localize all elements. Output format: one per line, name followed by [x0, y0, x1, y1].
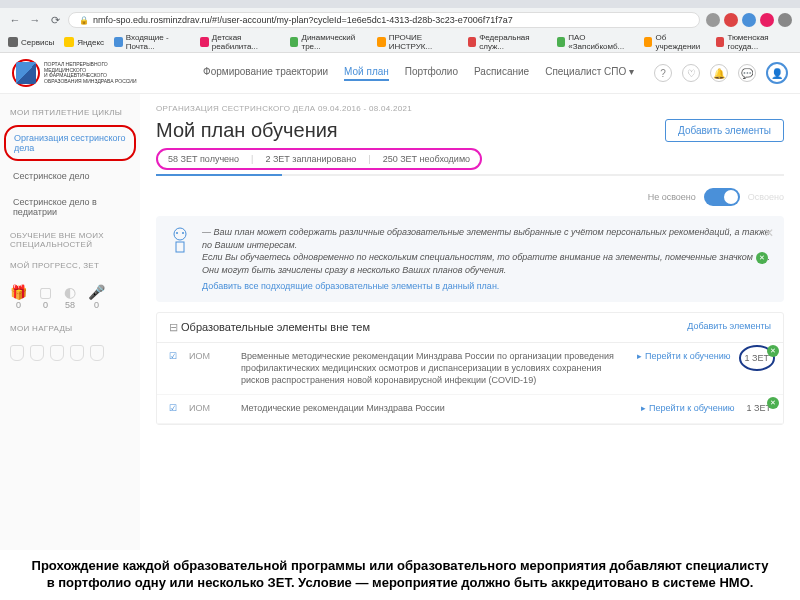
extension-icons: [706, 13, 792, 27]
svg-rect-3: [176, 242, 184, 252]
add-elements-button[interactable]: Добавить элементы: [665, 119, 784, 142]
sidebar-heading: МОЙ ПРОГРЕСС, ЗЕТ: [0, 255, 140, 276]
bookmark-item[interactable]: Динамический тре...: [290, 33, 367, 51]
nav-portfolio[interactable]: Портфолио: [405, 66, 458, 81]
bookmark-item[interactable]: Детская реабилита...: [200, 33, 280, 51]
ext-icon[interactable]: [742, 13, 756, 27]
app-header: ПОРТАЛ НЕПРЕРЫВНОГО МЕДИЦИНСКОГО И ФАРМА…: [0, 53, 800, 94]
element-type: ИОМ: [189, 351, 229, 361]
page-title: Мой план обучения: [156, 119, 338, 142]
bookmark-item[interactable]: Сервисы: [8, 37, 54, 47]
mastered-toggle[interactable]: [704, 188, 740, 206]
multi-badge-icon: ✕: [756, 252, 768, 264]
ext-icon[interactable]: [724, 13, 738, 27]
zet-planned: 2 ЗЕТ запланировано: [265, 154, 356, 164]
element-zet: 1 ЗЕТ✕: [747, 403, 771, 413]
add-all-link[interactable]: Добавить все подходящие образовательные …: [202, 280, 772, 293]
main-layout: МОИ ПЯТИЛЕТНИЕ ЦИКЛЫ Организация сестрин…: [0, 94, 800, 564]
toggle-label-left: Не освоено: [648, 192, 696, 202]
svg-point-1: [176, 232, 178, 234]
logo-text: ПОРТАЛ НЕПРЕРЫВНОГО МЕДИЦИНСКОГО И ФАРМА…: [44, 62, 137, 84]
bookmark-item[interactable]: Входящие - Почта...: [114, 33, 190, 51]
svg-point-2: [182, 232, 184, 234]
bookmark-item[interactable]: Об учреждении: [644, 33, 706, 51]
close-icon[interactable]: ✕: [764, 226, 774, 240]
lock-icon: 🔒: [79, 16, 89, 25]
multi-badge-icon: ✕: [767, 397, 779, 409]
user-icon[interactable]: 👤: [766, 62, 788, 84]
progress-bar: [156, 174, 784, 176]
content-area: ОРГАНИЗАЦИЯ СЕСТРИНСКОГО ДЕЛА 09.04.2016…: [140, 94, 800, 564]
header-icons: ? ♡ 🔔 💬 👤: [654, 62, 788, 84]
url-input[interactable]: 🔒 nmfo-spo.edu.rosminzdrav.ru/#!/user-ac…: [68, 12, 700, 28]
element-type: ИОМ: [189, 403, 229, 413]
zet-received: 58 ЗЕТ получено: [168, 154, 239, 164]
check-icon[interactable]: ☑: [169, 403, 177, 413]
nav-specialist[interactable]: Специалист СПО ▾: [545, 66, 634, 81]
back-icon[interactable]: ←: [8, 13, 22, 27]
breadcrumb: ОРГАНИЗАЦИЯ СЕСТРИНСКОГО ДЕЛА 09.04.2016…: [156, 104, 784, 113]
award-icon: [30, 345, 44, 361]
tab-bar: [0, 0, 800, 8]
bell-icon[interactable]: ♡: [682, 64, 700, 82]
nav-trajectory[interactable]: Формирование траектории: [203, 66, 328, 81]
slide-caption: Прохождение каждой образовательной прогр…: [0, 550, 800, 600]
top-nav: Формирование траектории Мой план Портфол…: [203, 66, 634, 81]
url-text: nmfo-spo.edu.rosminzdrav.ru/#!/user-acco…: [93, 15, 513, 25]
element-desc: Методические рекомендации Минздрава Росс…: [241, 403, 629, 415]
bookmarks-bar: Сервисы Яндекс Входящие - Почта... Детск…: [0, 32, 800, 52]
element-zet: 1 ЗЕТ✕: [743, 351, 771, 365]
logo-area: ПОРТАЛ НЕПРЕРЫВНОГО МЕДИЦИНСКОГО И ФАРМА…: [12, 59, 152, 87]
sidebar-item-pediatric[interactable]: Сестринское дело в педиатрии: [0, 189, 140, 225]
bookmark-item[interactable]: Федеральная служ...: [468, 33, 547, 51]
bookmark-item[interactable]: ПРОЧИЕ ИНСТРУК...: [377, 33, 458, 51]
sidebar: МОИ ПЯТИЛЕТНИЕ ЦИКЛЫ Организация сестрин…: [0, 94, 140, 564]
sidebar-heading: МОИ ПЯТИЛЕТНИЕ ЦИКЛЫ: [0, 102, 140, 123]
bookmark-item[interactable]: Яндекс: [64, 37, 104, 47]
sidebar-item-org-nursing[interactable]: Организация сестринского дела: [4, 125, 136, 161]
toggle-row: Не освоено Освоено: [156, 188, 784, 206]
sidebar-heading: МОИ НАГРАДЫ: [0, 318, 140, 339]
browser-chrome: ← → ⟳ 🔒 nmfo-spo.edu.rosminzdrav.ru/#!/u…: [0, 0, 800, 53]
progress-row: 🎁0 ▢0 ◐58 🎤0: [0, 276, 140, 318]
progress-item: ◐58: [64, 284, 76, 310]
multi-badge-icon: ✕: [767, 345, 779, 357]
goto-learning-link[interactable]: ▸ Перейти к обучению: [637, 351, 731, 361]
info-text: — Ваш план может содержать различные обр…: [202, 226, 772, 292]
goto-learning-link[interactable]: ▸ Перейти к обучению: [641, 403, 735, 413]
sidebar-heading: ОБУЧЕНИЕ ВНЕ МОИХ СПЕЦИАЛЬНОСТЕЙ: [0, 225, 140, 255]
notif-icon[interactable]: 🔔: [710, 64, 728, 82]
logo-icon: [12, 59, 40, 87]
nav-my-plan[interactable]: Мой план: [344, 66, 389, 81]
ext-icon[interactable]: [706, 13, 720, 27]
reload-icon[interactable]: ⟳: [48, 13, 62, 27]
award-icon: [70, 345, 84, 361]
zet-summary: 58 ЗЕТ получено | 2 ЗЕТ запланировано | …: [156, 148, 482, 170]
help-icon[interactable]: ?: [654, 64, 672, 82]
zet-required: 250 ЗЕТ необходимо: [383, 154, 470, 164]
nav-schedule[interactable]: Расписание: [474, 66, 529, 81]
chat-icon[interactable]: 💬: [738, 64, 756, 82]
toggle-label-right: Освоено: [748, 192, 784, 202]
award-icon: [50, 345, 64, 361]
element-desc: Временные методические рекомендации Минз…: [241, 351, 625, 386]
forward-icon[interactable]: →: [28, 13, 42, 27]
element-row: ☑ ИОМ Методические рекомендации Минздрав…: [157, 395, 783, 424]
url-bar: ← → ⟳ 🔒 nmfo-spo.edu.rosminzdrav.ru/#!/u…: [0, 8, 800, 32]
bookmark-item[interactable]: Тюменская госуда...: [716, 33, 792, 51]
award-icon: [90, 345, 104, 361]
svg-point-0: [174, 228, 186, 240]
info-box: — Ваш план может содержать различные обр…: [156, 216, 784, 302]
ext-icon[interactable]: [760, 13, 774, 27]
bookmark-item[interactable]: ПАО «Запсибкомб...: [557, 33, 634, 51]
add-elements-link[interactable]: Добавить элементы: [687, 321, 771, 334]
progress-item: 🎁0: [10, 284, 27, 310]
sidebar-item-nursing[interactable]: Сестринское дело: [0, 163, 140, 189]
award-icon: [10, 345, 24, 361]
elements-header: ⊟ Образовательные элементы вне тем Добав…: [157, 313, 783, 343]
check-icon[interactable]: ☑: [169, 351, 177, 361]
title-row: Мой план обучения Добавить элементы: [156, 119, 784, 142]
robot-icon: [168, 226, 192, 254]
progress-item: 🎤0: [88, 284, 105, 310]
ext-icon[interactable]: [778, 13, 792, 27]
